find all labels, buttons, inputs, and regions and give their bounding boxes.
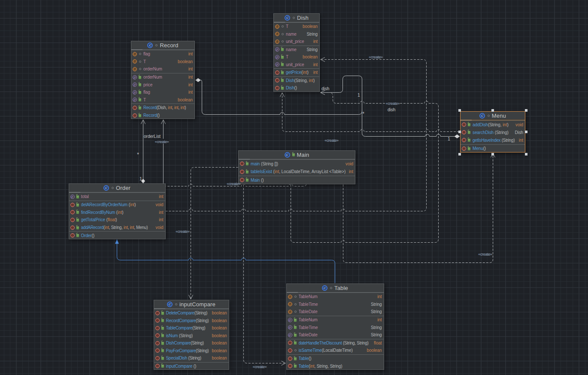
svg-text:1: 1 (358, 92, 360, 98)
svg-text:«create»: «create» (155, 140, 169, 144)
svg-text:dish: dish (388, 107, 395, 112)
svg-text:«create»: «create» (253, 365, 267, 369)
svg-text:«create»: «create» (324, 138, 339, 143)
svg-text:dish: dish (321, 86, 329, 91)
svg-text:*: * (362, 111, 364, 117)
svg-text:«create»: «create» (478, 252, 492, 256)
svg-text:«create»: «create» (386, 101, 400, 106)
svg-text:1: 1 (448, 136, 450, 141)
svg-text:1: 1 (139, 176, 142, 181)
svg-text:«create»: «create» (369, 55, 383, 59)
svg-text:orderList: orderList (144, 134, 161, 139)
svg-text:«create»: «create» (227, 182, 241, 186)
svg-text:«create»: «create» (176, 229, 190, 234)
svg-text:*: * (137, 152, 139, 158)
